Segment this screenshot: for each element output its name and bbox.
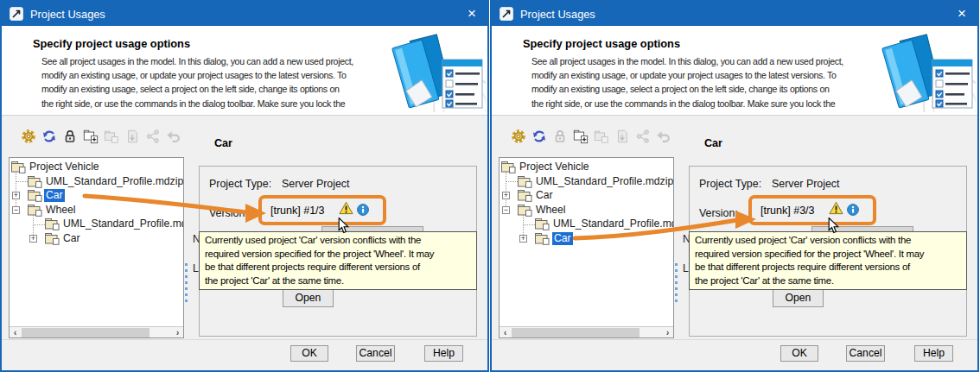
used-project-icon-disabled [104, 129, 119, 146]
titlebar[interactable]: Project Usages × [492, 2, 977, 26]
tree-row[interactable]: Project Vehicle [500, 161, 673, 173]
tree-item-label[interactable]: Car [536, 189, 553, 202]
used-project-icon-disabled [594, 129, 609, 146]
project-folder-icon [28, 189, 42, 202]
open-button[interactable]: Open [773, 289, 824, 307]
app-icon [500, 7, 513, 21]
version-label: Version: [209, 207, 248, 219]
warning-icon[interactable] [829, 201, 843, 215]
project-folder-icon [45, 232, 60, 245]
usage-map-icon-disabled [635, 129, 651, 146]
header-title: Specify project usage options [33, 37, 190, 50]
close-icon[interactable]: × [462, 3, 481, 24]
scroll-right-icon[interactable]: › [172, 327, 183, 337]
splitter-handle[interactable] [185, 263, 188, 303]
selected-project-title: Car [214, 137, 232, 149]
project-tree[interactable]: Project Vehicle UML_Standard_Profile.mdz… [9, 157, 184, 338]
tree-row[interactable]: − Wheel [10, 204, 183, 217]
ok-button[interactable]: OK [780, 345, 818, 362]
expander-minus-icon[interactable]: − [12, 206, 20, 214]
expander-plus-icon[interactable]: + [519, 235, 527, 243]
folders-illustration [879, 29, 976, 112]
scrollbar-thumb[interactable] [512, 328, 640, 337]
expander-plus-icon[interactable]: + [502, 192, 510, 199]
tree-item-label[interactable]: Wheel [46, 204, 76, 217]
info-icon[interactable] [357, 204, 369, 216]
project-tree[interactable]: Project Vehicle UML_Standard_Profile.mdz… [499, 157, 674, 338]
project-folder-icon [28, 175, 42, 188]
reset-icon-disabled [166, 129, 181, 146]
tree-item-label[interactable]: Project Vehicle [29, 161, 99, 173]
tree-row[interactable]: + Car [500, 189, 673, 202]
tree-item-label[interactable]: Wheel [536, 204, 566, 217]
help-button[interactable]: Help [424, 345, 463, 362]
horizontal-scrollbar[interactable]: ‹ › [10, 326, 183, 337]
close-icon[interactable]: × [952, 3, 971, 24]
expander-minus-icon[interactable]: − [502, 206, 510, 214]
ok-button[interactable]: OK [290, 345, 328, 362]
splitter-handle[interactable] [675, 263, 678, 303]
tree-item-label-selected[interactable]: Car [552, 232, 573, 245]
tree-row[interactable]: UML_Standard_Profile.mdz [500, 218, 673, 230]
open-button[interactable]: Open [283, 289, 334, 307]
add-used-project-icon[interactable] [83, 129, 99, 146]
info-icon[interactable] [847, 204, 859, 216]
dialog-header: Specify project usage options See all pr… [492, 26, 977, 116]
reset-icon-disabled [656, 129, 671, 146]
refresh-icon[interactable] [531, 129, 547, 146]
version-value: [trunk] #3/3 [760, 205, 815, 217]
refresh-icon[interactable] [41, 129, 57, 146]
footer-separator [2, 339, 487, 340]
cancel-button[interactable]: Cancel [356, 345, 395, 362]
help-button[interactable]: Help [914, 345, 953, 362]
scroll-left-icon[interactable]: ‹ [500, 327, 511, 337]
lock-icon[interactable] [62, 129, 78, 146]
options-gear-icon[interactable] [511, 129, 526, 146]
obscured-label-fragment: L [683, 262, 689, 274]
version-conflict-tooltip: Currently used project 'Car' version con… [199, 231, 477, 290]
project-folder-icon [11, 161, 26, 173]
project-type-value: Server Project [772, 178, 840, 190]
usage-map-icon-disabled [145, 129, 161, 146]
header-description: See all project usages in the model. In … [41, 54, 392, 110]
tree-row[interactable]: UML_Standard_Profile.mdzip [500, 175, 673, 188]
lock-icon-disabled [552, 129, 568, 146]
tree-connector [506, 168, 506, 208]
add-used-project-icon[interactable] [573, 129, 589, 146]
project-folder-icon [518, 175, 532, 188]
tree-item-label-selected[interactable]: Car [44, 189, 65, 202]
tree-row[interactable]: − Wheel [500, 204, 673, 217]
obscured-label-fragment: L [193, 262, 199, 274]
dialog-header: Specify project usage options See all pr… [2, 26, 487, 116]
toolbar [21, 129, 181, 146]
horizontal-scrollbar[interactable]: ‹ › [500, 326, 673, 337]
tree-item-label[interactable]: UML_Standard_Profile.mdz [553, 218, 674, 230]
tree-connector [16, 168, 16, 208]
expander-plus-icon[interactable]: + [12, 192, 20, 199]
tree-row[interactable]: + Car [10, 189, 183, 202]
project-folder-icon [535, 218, 550, 230]
project-folder-icon [501, 161, 516, 173]
tree-row[interactable]: UML_Standard_Profile.mdz [10, 218, 183, 230]
project-folder-icon [28, 204, 42, 217]
cancel-button[interactable]: Cancel [846, 345, 885, 362]
tree-row[interactable]: + Car [10, 232, 183, 245]
scroll-left-icon[interactable]: ‹ [10, 327, 21, 337]
tree-item-label[interactable]: Car [63, 232, 80, 245]
options-gear-icon[interactable] [21, 129, 36, 146]
tree-row[interactable]: Project Vehicle [10, 161, 183, 173]
version-value: [trunk] #1/3 [270, 205, 325, 217]
project-type-label: Project Type: [699, 178, 761, 190]
tree-item-label[interactable]: UML_Standard_Profile.mdzip [46, 175, 183, 188]
tree-row[interactable]: + Car [500, 232, 673, 245]
tree-row[interactable]: UML_Standard_Profile.mdzip [10, 175, 183, 188]
tree-item-label[interactable]: UML_Standard_Profile.mdzip [536, 175, 673, 188]
expander-plus-icon[interactable]: + [29, 235, 37, 243]
version-conflict-tooltip: Currently used project 'Car' version con… [689, 231, 967, 290]
scroll-right-icon[interactable]: › [662, 327, 673, 337]
tree-item-label[interactable]: UML_Standard_Profile.mdz [63, 218, 184, 230]
warning-icon[interactable] [339, 201, 353, 215]
scrollbar-thumb[interactable] [22, 328, 150, 337]
titlebar[interactable]: Project Usages × [2, 2, 487, 26]
tree-item-label[interactable]: Project Vehicle [519, 161, 589, 173]
